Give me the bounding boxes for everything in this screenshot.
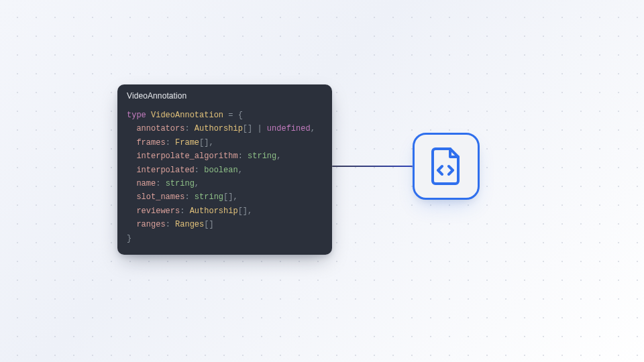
field-name: interpolated xyxy=(136,166,194,175)
connector-line xyxy=(332,166,413,167)
diagram-canvas: VideoAnnotation type VideoAnnotation = {… xyxy=(0,0,644,362)
icon-tile xyxy=(413,133,480,200)
field-name: name xyxy=(136,179,156,188)
field-name: frames xyxy=(136,138,165,147)
keyword-type: type xyxy=(127,111,146,120)
code-block: type VideoAnnotation = { annotators: Aut… xyxy=(117,106,332,255)
field-name: slot_names xyxy=(136,192,184,202)
code-card: VideoAnnotation type VideoAnnotation = {… xyxy=(117,84,332,255)
field-name: reviewers xyxy=(136,206,180,216)
field-name: ranges xyxy=(136,220,165,229)
field-name: annotators xyxy=(136,124,184,133)
field-name: interpolate_algorithm xyxy=(136,152,237,161)
code-card-title: VideoAnnotation xyxy=(117,84,332,106)
code-file-icon xyxy=(429,146,464,186)
type-name: VideoAnnotation xyxy=(151,111,223,120)
